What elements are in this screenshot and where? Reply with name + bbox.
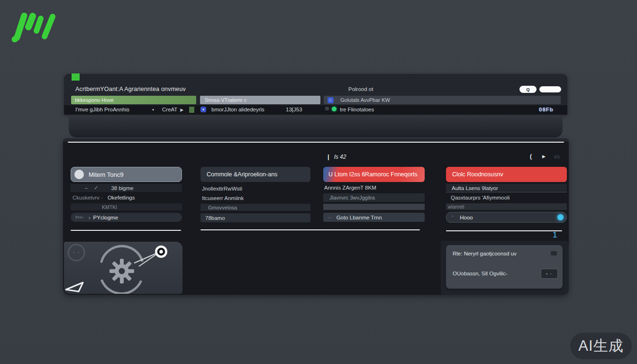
list-item[interactable]: – ✓ 38 bigme (71, 184, 182, 192)
small-chip-icon (551, 251, 557, 255)
record-button[interactable] (155, 246, 167, 258)
send-arrow-icon[interactable]: ➤ (179, 107, 184, 113)
list-item-label: Goto Lbanme Trnn (337, 215, 382, 220)
column-3-header[interactable]: U Ltom I2ss 6Ramoroc Fnneqorts (323, 167, 425, 182)
list-item[interactable]: Itcuseerr Anmiink (200, 194, 310, 202)
create-button[interactable]: CreAT (162, 107, 177, 112)
toggle-row-prefix: ' (452, 215, 453, 220)
list-item-label: Qasxtaurprs 'Afiymmooli (451, 195, 510, 200)
account-label: Golutals AvvPbar KW (340, 97, 390, 103)
progress-bar-gray[interactable]: Snnsa VTratemr c (200, 96, 320, 104)
progress-bar-green[interactable]: bkkespono Hove (71, 96, 196, 104)
info-row2-label: OUobassn, SIl Ogvlilc- (453, 271, 508, 276)
list-item-label: Jlavnvrc 3wvJggitra (329, 195, 375, 200)
list-item-prefix: PH+ (75, 215, 84, 220)
info-sub-panel: Rle: Neryrl gaotjcoonsd uv OUobassn, SIl… (441, 241, 569, 295)
board-counter: 0/1 (554, 155, 560, 159)
board-header-label: ls 42 (334, 154, 346, 160)
column-3: U Ltom I2ss 6Ramoroc Fnneqorts Annnis ZA… (323, 167, 425, 233)
list-item-label: Aulta Lsens 9latyor (452, 185, 498, 191)
mini-button[interactable]: ▪ ▫ (541, 269, 558, 279)
blue-square-icon (200, 107, 206, 112)
online-dot-icon (332, 107, 337, 111)
list-item-label: KMTKl (102, 204, 117, 210)
board-panel: | ls 42 ( ▶ 0/1 Mitem Tonc9 – ✓ 38 bigme… (63, 138, 569, 295)
board-cap (63, 138, 569, 142)
chevron-icon: › (89, 215, 91, 220)
column-3-header-label: U Ltom I2ss 6Ramoroc Fnneqorts (328, 171, 418, 178)
info-card: Rle: Neryrl gaotjcoonsd uv OUobassn, SIl… (446, 245, 563, 289)
status-bullet: • (152, 107, 154, 112)
ai-watermark: AI生成 (570, 333, 632, 359)
list-item-label-2: Okefetlings (108, 195, 135, 200)
blank-pill-button[interactable] (539, 86, 561, 92)
status-bar: I'mve gJibh ProAnnhis • CreAT ➤ bmorJJto… (64, 105, 567, 115)
dark-chip-icon (325, 107, 329, 110)
green-square-icon (189, 107, 194, 113)
list-item[interactable]: PH+ › PYclogme (71, 213, 182, 222)
toggle-row-label: Hooo (460, 215, 473, 220)
divider (71, 230, 181, 231)
status-blue-value: 08Fb (539, 107, 554, 112)
toolbar-window: AcrtbermYOant:A Agrarienntea onvmeuv Pol… (64, 74, 567, 115)
board-topline (68, 142, 564, 143)
pause-icon[interactable]: ( (530, 153, 532, 160)
column-2-header[interactable]: Commole &Ariproelion-ans (200, 167, 310, 182)
text-cursor-icon: | (328, 153, 329, 160)
brand-logo-icon (10, 13, 67, 42)
toggle-row[interactable]: ' Hooo (446, 212, 567, 223)
progress-green-label: bkkespono Hove (75, 97, 114, 103)
faint-circle-icon (68, 245, 84, 261)
list-item[interactable]: Aulta Lsens 9latyor (446, 184, 567, 192)
pin-icon: Q (526, 87, 529, 92)
column-4-header[interactable]: Clolc Roodnosusnv (446, 167, 567, 182)
column-4: Clolc Roodnosusnv Aulta Lsens 9latyor Qa… (446, 167, 567, 233)
window-title: AcrtbermYOant:A Agrarienntea onvmeuv (75, 86, 186, 92)
list-item-label: 78bamo (205, 215, 225, 221)
list-item[interactable]: KMTKl (71, 203, 182, 210)
list-item[interactable]: Ckusketvrv · Okefetlings (71, 194, 182, 201)
list-item[interactable]: Qasxtaurprs 'Afiymmooli (446, 194, 567, 201)
column-2: Commole &Ariproelion-ans JnollexttrRwWst… (200, 167, 310, 233)
column-1-header[interactable]: Mitem Tonc9 (71, 167, 182, 182)
list-item-label: Itcuseerr Anmiink (202, 195, 244, 201)
list-item[interactable]: JnollexttrRwWsti (200, 185, 310, 192)
toggle-switch[interactable] (557, 214, 564, 220)
list-item-label: Annnis ZArgenT 8KM (324, 185, 376, 191)
list-item-label: Gmovvelosa (208, 205, 237, 210)
play-icon[interactable]: ▶ (542, 154, 546, 159)
list-item[interactable]: Gmovvelosa (200, 204, 310, 211)
list-item[interactable]: 78bamo (200, 213, 310, 222)
window-shadow-strip (69, 115, 563, 137)
avatar (74, 170, 84, 179)
pin-button[interactable]: Q (519, 86, 537, 93)
list-item[interactable]: ·· Goto Lbanme Trnn (323, 213, 425, 222)
list-item-label: Ckusketvrv · (73, 195, 103, 200)
check-icons: – ✓ (85, 185, 100, 191)
divider (446, 230, 562, 231)
page: AcrtbermYOant:A Agrarienntea onvmeuv Pol… (0, 0, 637, 364)
progress-gray-label: Snnsa VTratemr c (205, 97, 246, 103)
gear-icon (109, 259, 134, 283)
column-1-header-label: Mitem Tonc9 (89, 171, 123, 178)
list-item[interactable]: Jlavnvrc 3wvJggitra (323, 193, 425, 202)
ellipsis-icon: ·· (328, 215, 332, 220)
list-item-label: 38 bigme (111, 185, 133, 191)
divider (200, 229, 420, 230)
blue-square-dot (202, 109, 204, 110)
column-1: Mitem Tonc9 – ✓ 38 bigme Ckusketvrv · Ok… (71, 167, 182, 233)
status-middle-label: bmorJJton alidedeyrls (211, 107, 264, 112)
list-item[interactable]: Annnis ZArgenT 8KM (323, 184, 425, 191)
green-chip-icon (72, 73, 80, 81)
list-item-label: PYclogme (93, 215, 118, 220)
gear-card (64, 242, 182, 294)
empty-bar (323, 204, 425, 210)
list-item[interactable]: wlanreti (446, 203, 567, 210)
list-item-label: wlanreti (448, 204, 464, 209)
column-4-header-label: Clolc Roodnosusnv (452, 171, 503, 178)
status-time: 13[J53 (286, 107, 302, 112)
account-row[interactable]: C Golutals AvvPbar KW (324, 96, 561, 104)
count-badge: 1 (553, 230, 557, 240)
status-right-label: tre Flinotaloes (340, 107, 374, 112)
info-row1-label: Rle: Neryrl gaotjcoonsd uv (453, 251, 517, 256)
